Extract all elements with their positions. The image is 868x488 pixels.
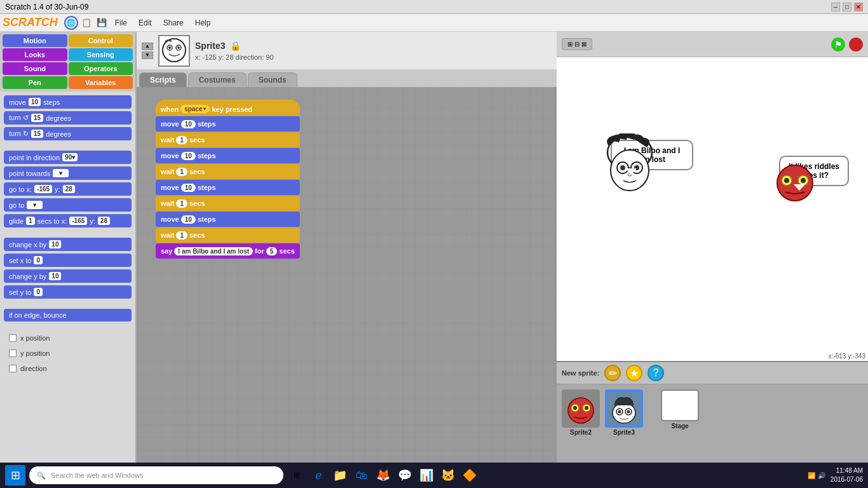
sprites-grid: Sprite2 Sp — [557, 384, 868, 441]
block-when-space[interactable]: when space key pressed — [156, 100, 300, 116]
sprite-nav-down[interactable]: ▼ — [142, 51, 153, 59]
taskbar-apps-icon[interactable]: ⊞ — [287, 466, 306, 485]
sprite-item-sprite2[interactable]: Sprite2 — [562, 390, 600, 436]
block-goto[interactable]: go to ▾ — [4, 198, 132, 212]
sprite3-thumb[interactable] — [605, 390, 643, 428]
svg-point-28 — [627, 410, 630, 414]
sprite-item-stage[interactable]: Stage — [661, 390, 699, 430]
cat-looks[interactable]: Looks — [3, 48, 67, 61]
menubar: SCRATCH 🌐 📋 💾 File Edit Share Help — [0, 14, 868, 32]
taskbar-app6[interactable]: 📊 — [417, 466, 436, 485]
tab-sounds[interactable]: Sounds — [248, 72, 297, 87]
block-direction[interactable]: direction — [4, 362, 132, 375]
sprite3-label: Sprite3 — [613, 429, 635, 436]
left-panel: Motion Control Looks Sensing Sound Opera… — [0, 32, 137, 463]
taskbar-app5[interactable]: 💬 — [395, 466, 414, 485]
tab-costumes[interactable]: Costumes — [188, 72, 247, 87]
taskbar-firefox-icon[interactable]: 🦊 — [374, 466, 393, 485]
taskbar-store-icon[interactable]: 🛍 — [352, 466, 371, 485]
block-goto-xy[interactable]: go to x: -165 y: 28 — [4, 182, 132, 196]
minimize-button[interactable]: ─ — [831, 3, 840, 11]
sprite-nav-up[interactable]: ▲ — [142, 43, 153, 50]
block-point-direction[interactable]: point in direction 90▾ — [4, 151, 132, 164]
right-panel: ⊞ ⊟ ⊠ ⚑ I am Bilbo and I am lost It like… — [557, 32, 868, 463]
script-block-wait-4[interactable]: wait 1 secs — [156, 227, 300, 243]
new-sprite-paint[interactable]: ✏ — [604, 365, 621, 381]
tray-network-icon[interactable]: 📶 — [808, 472, 815, 479]
taskbar-app8[interactable]: 🔶 — [460, 466, 479, 485]
block-set-x[interactable]: set x to 0 — [4, 254, 132, 267]
titlebar-controls: ─ □ ✕ — [831, 3, 863, 11]
script-block-wait-1[interactable]: wait 1 secs — [156, 132, 300, 147]
script-block-wait-3[interactable]: wait 1 secs — [156, 196, 300, 211]
script-block-wait-2[interactable]: wait 1 secs — [156, 164, 300, 179]
svg-point-3 — [168, 46, 171, 49]
clock[interactable]: 11:48 AM 2016-07-06 — [831, 466, 863, 484]
time-display: 11:48 AM — [831, 466, 863, 475]
lock-icon: 🔒 — [230, 41, 241, 51]
search-placeholder: Search the web and Windows — [51, 471, 144, 479]
separator-2 — [4, 230, 132, 235]
script-block-move-1[interactable]: move 10 steps — [156, 116, 300, 132]
tray-sound-icon[interactable]: 🔊 — [818, 472, 825, 479]
taskbar-folder-icon[interactable]: 📁 — [330, 466, 349, 485]
script-block-say[interactable]: say I am Bilbo and I am lost for 5 secs — [156, 243, 300, 259]
x-position-checkbox[interactable] — [9, 334, 17, 342]
menu-help[interactable]: Help — [190, 17, 216, 29]
sprite-details: Sprite3 🔒 x: -125 y: 28 direction: 90 — [195, 41, 552, 61]
new-sprite-question[interactable]: ? — [648, 365, 664, 381]
menu-icon-1[interactable]: 📋 — [79, 16, 93, 30]
menu-edit[interactable]: Edit — [133, 17, 157, 29]
menu-share[interactable]: Share — [158, 17, 189, 29]
script-block-move-2[interactable]: move 10 steps — [156, 148, 300, 163]
new-sprite-star[interactable]: ★ — [626, 365, 642, 381]
block-glide[interactable]: glide 1 secs to x: -165 y: 28 — [4, 214, 132, 227]
sprite-panel-header: New sprite: ✏ ★ ? — [557, 362, 868, 384]
script-block-move-4[interactable]: move 10 steps — [156, 212, 300, 227]
direction-checkbox[interactable] — [9, 365, 17, 372]
menu-file[interactable]: File — [110, 17, 132, 29]
block-turn-ccw[interactable]: turn ↺ 15 degrees — [4, 111, 132, 125]
start-button[interactable]: ⊞ — [5, 465, 25, 485]
cat-operators[interactable]: Operators — [69, 62, 133, 75]
y-position-checkbox[interactable] — [9, 349, 17, 357]
stage-area[interactable]: I am Bilbo and I am lost It likes riddle… — [557, 57, 868, 361]
sprite-item-sprite3[interactable]: Sprite3 — [605, 390, 643, 436]
cat-sensing[interactable]: Sensing — [69, 48, 133, 61]
tab-scripts[interactable]: Scripts — [139, 72, 187, 87]
new-sprite-label: New sprite: — [562, 369, 599, 377]
stage-thumb[interactable] — [661, 390, 699, 421]
tabs: Scripts Costumes Sounds — [137, 70, 557, 87]
script-block-move-3[interactable]: move 10 steps — [156, 180, 300, 195]
block-y-position[interactable]: y position — [4, 347, 132, 360]
cat-pen[interactable]: Pen — [3, 76, 67, 89]
close-button[interactable]: ✕ — [854, 3, 863, 11]
block-x-position[interactable]: x position — [4, 332, 132, 344]
taskbar-edge-icon[interactable]: ℯ — [309, 466, 328, 485]
cat-variables[interactable]: Variables — [69, 76, 133, 89]
taskbar-app7[interactable]: 🐱 — [438, 466, 458, 485]
sprite-panel: New sprite: ✏ ★ ? — [557, 361, 868, 463]
sprite2-thumb[interactable] — [562, 390, 600, 428]
cat-sound[interactable]: Sound — [3, 62, 67, 75]
menu-icon-2[interactable]: 💾 — [95, 16, 109, 30]
block-change-y[interactable]: change y by 10 — [4, 269, 132, 283]
cat-control[interactable]: Control — [69, 34, 133, 47]
green-flag-button[interactable]: ⚑ — [831, 37, 845, 51]
maximize-button[interactable]: □ — [843, 3, 851, 11]
taskbar-search[interactable]: 🔍 Search the web and Windows — [29, 466, 283, 484]
svg-point-23 — [585, 406, 588, 410]
grid-view-button[interactable]: ⊞ ⊟ ⊠ — [562, 38, 592, 50]
categories: Motion Control Looks Sensing Sound Opera… — [0, 32, 135, 92]
block-point-towards[interactable]: point towards ▾ — [4, 166, 132, 180]
block-turn-cw[interactable]: turn ↻ 15 degrees — [4, 127, 132, 140]
script-canvas[interactable]: when space key pressed move 10 steps wai… — [137, 87, 557, 463]
block-change-x[interactable]: change x by 10 — [4, 238, 132, 251]
block-move[interactable]: move 10 steps — [4, 95, 132, 109]
stop-button[interactable] — [849, 37, 863, 51]
block-set-y[interactable]: set y to 0 — [4, 285, 132, 299]
cat-motion[interactable]: Motion — [3, 34, 67, 47]
language-button[interactable]: 🌐 — [64, 16, 78, 30]
svg-point-18 — [801, 178, 806, 183]
block-edge-bounce[interactable]: if on edge, bounce — [4, 309, 132, 322]
